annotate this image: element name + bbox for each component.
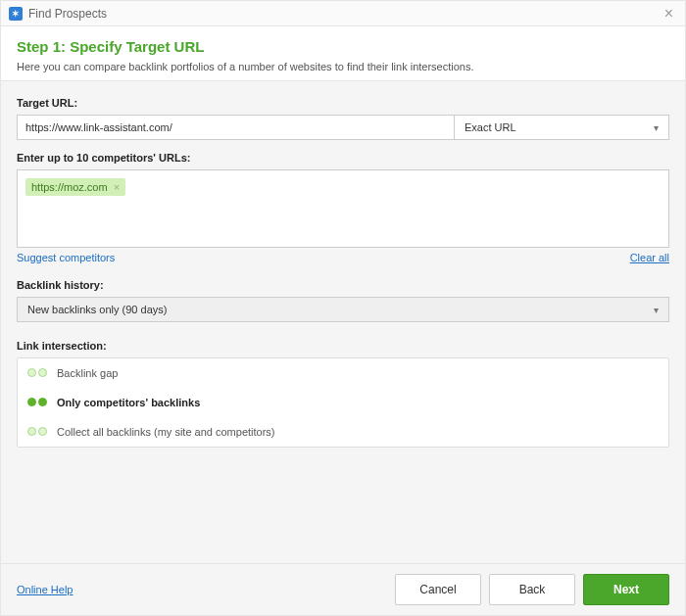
intersection-option-backlink-gap[interactable]: Backlink gap [18, 358, 668, 388]
match-mode-select[interactable]: Exact URL ▾ [454, 115, 669, 140]
match-mode-value: Exact URL [465, 121, 516, 133]
chevron-down-icon: ▾ [654, 122, 659, 133]
chevron-down-icon: ▾ [654, 305, 659, 315]
wizard-content: Target URL: Exact URL ▾ Enter up to 10 c… [1, 81, 685, 563]
wizard-footer: Online Help Cancel Back Next [1, 563, 685, 615]
competitor-tag: https://moz.com × [25, 178, 125, 196]
competitor-tag-label: https://moz.com [31, 181, 108, 193]
intersection-option-label: Backlink gap [57, 367, 118, 379]
step-title: Step 1: Specify Target URL [17, 38, 669, 55]
intersection-label: Link intersection: [17, 340, 669, 352]
intersection-options: Backlink gap Only competitors' backlinks… [17, 357, 669, 448]
close-icon[interactable]: × [661, 5, 677, 23]
history-label: Backlink history: [17, 279, 669, 291]
online-help-link[interactable]: Online Help [17, 584, 73, 595]
target-url-label: Target URL: [17, 97, 669, 109]
intersection-option-collect-all[interactable]: Collect all backlinks (my site and compe… [18, 417, 668, 447]
target-url-input[interactable] [17, 115, 454, 140]
intersection-option-only-competitors[interactable]: Only competitors' backlinks [18, 388, 668, 417]
intersection-option-label: Only competitors' backlinks [57, 397, 200, 408]
venn-icon [27, 366, 47, 380]
wizard-header: Step 1: Specify Target URL Here you can … [1, 26, 685, 81]
history-value: New backlinks only (90 days) [27, 304, 167, 315]
competitors-input[interactable]: https://moz.com × [17, 169, 669, 248]
venn-icon [27, 396, 47, 409]
step-description: Here you can compare backlink portfolios… [17, 61, 669, 72]
next-button[interactable]: Next [583, 574, 669, 605]
venn-icon [27, 425, 47, 439]
cancel-button[interactable]: Cancel [395, 574, 481, 605]
titlebar: ✶ Find Prospects × [1, 1, 685, 26]
clear-all-link[interactable]: Clear all [630, 252, 669, 263]
intersection-option-label: Collect all backlinks (my site and compe… [57, 426, 275, 438]
history-select[interactable]: New backlinks only (90 days) ▾ [17, 297, 669, 322]
back-button[interactable]: Back [489, 574, 575, 605]
remove-tag-icon[interactable]: × [114, 181, 120, 193]
competitors-label: Enter up to 10 competitors' URLs: [17, 152, 669, 164]
window-title: Find Prospects [28, 7, 661, 21]
app-icon: ✶ [9, 7, 23, 21]
suggest-competitors-link[interactable]: Suggest competitors [17, 252, 115, 263]
